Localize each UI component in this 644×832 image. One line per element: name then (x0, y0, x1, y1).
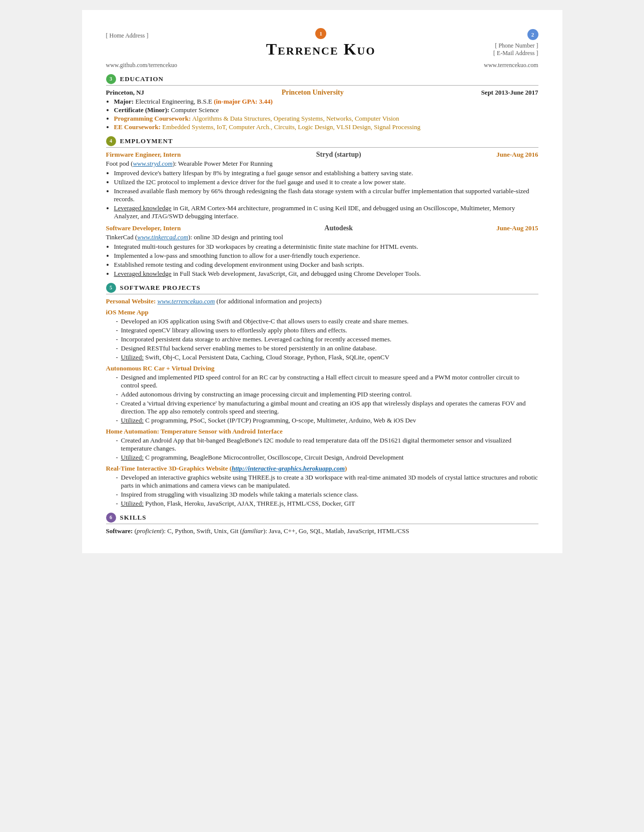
job1-description: Foot pod (www.stryd.com): Wearable Power… (106, 160, 538, 168)
proj-home-bullets: Created an Android App that bit-banged B… (116, 437, 538, 462)
subheader: www.github.com/terrencekuo www.terrencek… (106, 62, 538, 69)
projects-section-header: 5 Software Projects (106, 283, 538, 294)
job2-company: Autodesk (181, 224, 496, 232)
job2-row: Software Developer, Intern Autodesk June… (106, 224, 538, 232)
header-left: [ Home Address ] (106, 28, 149, 40)
address-text: [ Home Address ] (106, 32, 149, 39)
job2-bullet-1: Integrated multi-touch gestures for 3D w… (114, 243, 538, 251)
edu-date: Sept 2013-June 2017 (481, 89, 538, 97)
proj-3d-b1: Developed an interactive graphics websit… (116, 474, 538, 490)
education-row: Princeton, NJ Princeton University Sept … (106, 89, 538, 97)
proj-home-b2: Utilized: C programming, BeagleBone Micr… (116, 454, 538, 462)
job1-row: Firmware Engineer, Intern Stryd (startup… (106, 151, 538, 159)
header: [ Home Address ] 1 Terrence Kuo 2 [ Phon… (106, 28, 538, 59)
job1-bullet-1: Improved device's battery lifespan by 8%… (114, 169, 538, 177)
education-section-header: 3 Education (106, 74, 538, 86)
employment-badge: 4 (106, 136, 116, 146)
skills-section-header: 6 Skills (106, 513, 538, 524)
job1-bullet-3: Increased available flash memory by 66% … (114, 187, 538, 203)
proj-3d-b3: Utilized: Python, Flask, Heroku, JavaScr… (116, 500, 538, 508)
badge-1: 1 (315, 28, 326, 39)
proj-ios-b4: Designed RESTful backend server enabling… (116, 344, 538, 352)
edu-bullet-minor: Certificate (Minor): Computer Science (114, 106, 538, 114)
resume-container: [ Home Address ] 1 Terrence Kuo 2 [ Phon… (82, 10, 562, 553)
projects-badge: 5 (106, 283, 116, 293)
phone-text: [ Phone Number ] (493, 42, 538, 50)
projects-title: Software Projects (120, 284, 201, 292)
proj-ios-b3: Incorporated persistent data storage to … (116, 335, 538, 343)
edu-bullet-prog: Programming Coursework: Algorithms & Dat… (114, 115, 538, 123)
proj-3d-b2: Inspired from struggling with visualizin… (116, 491, 538, 499)
edu-bullet-ee: EE Coursework: Embedded Systems, IoT, Co… (114, 123, 538, 131)
proj-ios-title: iOS Meme App (106, 308, 538, 316)
github-link[interactable]: www.github.com/terrencekuo (106, 62, 178, 69)
skills-proficient: C, Python, Swift, Unix, Git (167, 527, 240, 535)
education-badge: 3 (106, 74, 116, 84)
job1-date: June-Aug 2016 (496, 151, 538, 159)
job1-bullets: Improved device's battery lifespan by 8%… (114, 169, 538, 220)
job1-title: Firmware Engineer, Intern (106, 151, 181, 159)
job2-bullet-2: Implemented a low-pass and smoothing fun… (114, 252, 538, 260)
website-link[interactable]: www.terrencekuo.com (484, 62, 538, 69)
proj-3d-bullets: Developed an interactive graphics websit… (116, 474, 538, 508)
proj-3d-title: Real-Time Interactive 3D-Graphics Websit… (106, 465, 538, 473)
job1-bullet-2: Utilized the I2C protocol to implement a… (114, 178, 538, 186)
proj-home-title: Home Automation: Temperature Sensor with… (106, 428, 538, 436)
tinkercad-link[interactable]: www.tinkercad.com (137, 233, 188, 241)
proj-rc-b4: Utilized: C programming, PSoC, Socket (I… (116, 417, 538, 425)
job2-description: TinkerCad (www.tinkercad.com): online 3D… (106, 233, 538, 241)
header-right: 2 [ Phone Number ] [ E-Mail Address ] (493, 28, 538, 57)
job1-bullet-4: Leveraged knowledge in Git, ARM Cortex-M… (114, 204, 538, 220)
skills-familiar: Java, C++, Go, SQL, Matlab, JavaScript, … (269, 527, 409, 535)
header-center: 1 Terrence Kuo (148, 28, 493, 59)
job2-bullet-3: Established remote testing and coding de… (114, 261, 538, 269)
personal-website-link[interactable]: www.terrencekuo.com (158, 297, 215, 305)
proj-home-b1: Created an Android App that bit-banged B… (116, 437, 538, 453)
job2-bullets: Integrated multi-touch gestures for 3D w… (114, 243, 538, 278)
skills-title: Skills (120, 514, 147, 522)
skills-badge: 6 (106, 513, 116, 523)
skills-software-label: Software: (106, 527, 133, 535)
job2-title: Software Developer, Intern (106, 224, 181, 232)
proj-ios-b1: Developed an iOS application using Swift… (116, 317, 538, 325)
proj-ios-b5: Utilized: Swift, Obj-C, Local Persistent… (116, 353, 538, 361)
candidate-name: Terrence Kuo (148, 40, 493, 59)
stryd-link[interactable]: www.stryd.com (133, 160, 173, 167)
proj-3d-link[interactable]: http://interactive-graphics.herokuapp.co… (232, 465, 345, 472)
job1-company: Stryd (startup) (181, 151, 496, 159)
personal-website-line: Personal Website: www.terrencekuo.com (f… (106, 297, 538, 305)
education-title: Education (120, 75, 164, 83)
proj-rc-b3: Created a 'virtual driving experience' b… (116, 399, 538, 415)
proj-rc-b1: Designed and implemented PID speed contr… (116, 373, 538, 389)
edu-school: Princeton University (144, 89, 481, 97)
proj-rc-bullets: Designed and implemented PID speed contr… (116, 373, 538, 425)
proj-rc-b2: Added autonomous driving by constructing… (116, 390, 538, 398)
badge-2: 2 (527, 29, 538, 40)
proj-ios-b2: Integrated openCV library allowing users… (116, 326, 538, 334)
skills-row: Software: (proficient): C, Python, Swift… (106, 527, 538, 535)
personal-website-label: Personal Website: (106, 297, 158, 305)
proj-rc-title: Autonomous RC Car + Virtual Driving (106, 364, 538, 372)
employment-title: Employment (120, 137, 173, 145)
email-text: [ E-Mail Address ] (493, 50, 538, 57)
edu-location: Princeton, NJ (106, 89, 145, 97)
job2-date: June-Aug 2015 (496, 224, 538, 232)
proj-ios-bullets: Developed an iOS application using Swift… (116, 317, 538, 361)
education-bullets: Major: Electrical Engineering, B.S.E (in… (114, 98, 538, 131)
employment-section-header: 4 Employment (106, 136, 538, 148)
edu-bullet-major: Major: Electrical Engineering, B.S.E (in… (114, 98, 538, 106)
job2-bullet-4: Leveraged knowledge in Full Stack Web de… (114, 270, 538, 278)
